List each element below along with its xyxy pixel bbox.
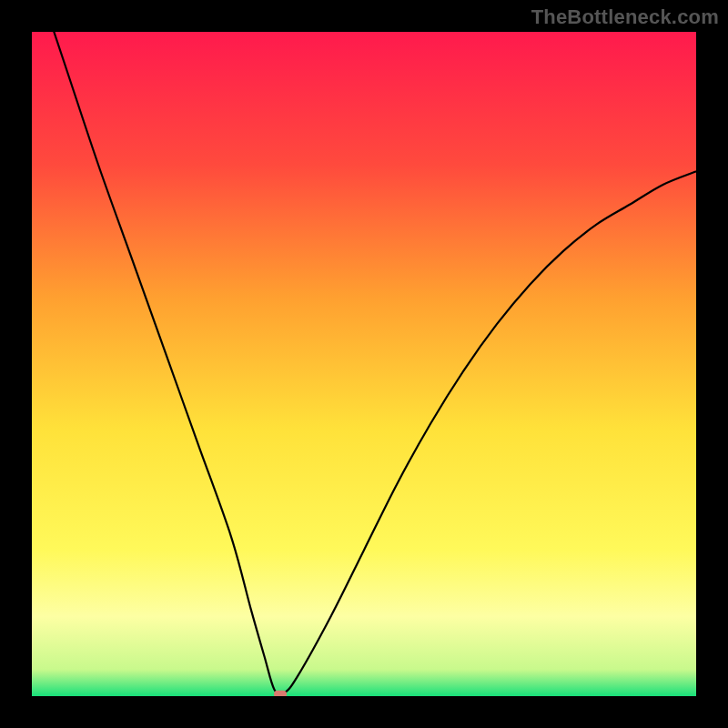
watermark-text: TheBottleneck.com — [531, 5, 719, 29]
plot-area — [32, 32, 696, 696]
gradient-background — [32, 32, 696, 696]
bottleneck-plot — [32, 32, 696, 696]
optimal-point-marker — [274, 691, 287, 696]
chart-frame: TheBottleneck.com — [0, 0, 728, 728]
